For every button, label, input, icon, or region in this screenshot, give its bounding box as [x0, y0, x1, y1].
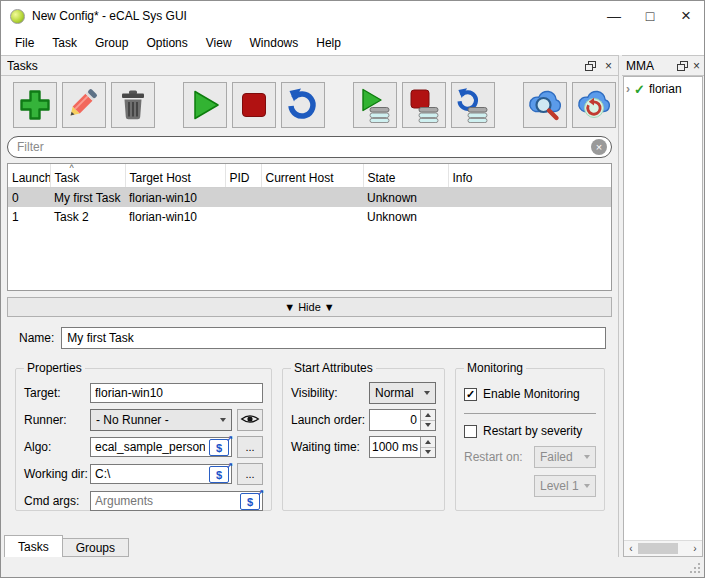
close-button[interactable]: ×	[668, 1, 704, 31]
spin-up-icon[interactable]	[421, 410, 435, 421]
task-table-header-row: LaunchTask^Target HostPIDCurrent HostSta…	[8, 164, 611, 188]
table-row[interactable]: 1Task 2florian-win10Unknown	[8, 207, 611, 226]
main-area: Tasks ×	[1, 55, 704, 557]
menu-item-group[interactable]: Group	[86, 33, 137, 53]
filter-input[interactable]	[7, 136, 612, 158]
stop-tasks-button[interactable]	[232, 82, 276, 128]
cell[interactable]	[448, 188, 611, 208]
menu-item-help[interactable]: Help	[307, 33, 350, 53]
minimize-button[interactable]: —	[596, 1, 632, 31]
menu-item-task[interactable]: Task	[43, 33, 86, 53]
clear-filter-icon[interactable]: ×	[591, 139, 607, 155]
column-header-pid[interactable]: PID	[225, 164, 261, 188]
menu-item-view[interactable]: View	[197, 33, 241, 53]
update-from-cloud-button[interactable]	[572, 82, 616, 128]
scrollbar-thumb[interactable]	[638, 543, 678, 554]
stop-selected-tasks-button[interactable]	[402, 82, 446, 128]
restart-by-severity-checkbox[interactable]	[464, 425, 477, 438]
column-header-current-host[interactable]: Current Host	[261, 164, 363, 188]
show-runner-button[interactable]	[237, 409, 263, 431]
browse-algo-button[interactable]: ...	[237, 436, 263, 458]
insert-variable-icon[interactable]: $ ↗	[209, 439, 229, 456]
tab-tasks[interactable]: Tasks	[4, 535, 63, 557]
delete-task-button[interactable]	[111, 82, 155, 128]
name-input[interactable]	[61, 327, 606, 349]
restart-by-severity-label: Restart by severity	[483, 424, 582, 438]
cell[interactable]	[261, 188, 363, 208]
menu-bar: FileTaskGroupOptionsViewWindowsHelp	[1, 31, 704, 55]
spin-down-icon[interactable]	[421, 421, 435, 431]
target-input[interactable]	[90, 383, 263, 403]
title-bar[interactable]: New Config* - eCAL Sys GUI — □ ×	[1, 1, 704, 31]
add-task-button[interactable]	[13, 82, 57, 128]
spin-down-icon[interactable]	[421, 448, 435, 458]
table-row[interactable]: 0My first Taskflorian-win10Unknown	[8, 188, 611, 208]
insert-variable-icon[interactable]: $ ↗	[240, 493, 260, 510]
cell[interactable]: Unknown	[363, 188, 448, 208]
properties-group: Properties Target: Runner: - No Runner -	[15, 361, 272, 511]
spin-up-icon[interactable]	[421, 437, 435, 448]
menu-item-file[interactable]: File	[6, 33, 43, 53]
runner-combobox[interactable]: - No Runner -	[90, 409, 232, 431]
tasks-dock: Tasks ×	[1, 55, 619, 557]
window-title: New Config* - eCAL Sys GUI	[32, 9, 596, 23]
restart-selected-tasks-button[interactable]	[451, 82, 495, 128]
cell[interactable]	[448, 207, 611, 226]
monitor-tasks-button[interactable]	[523, 82, 567, 128]
maximize-button[interactable]: □	[632, 1, 668, 31]
browse-workdir-button[interactable]: ...	[237, 463, 263, 485]
column-header-info[interactable]: Info	[448, 164, 611, 188]
visibility-combobox[interactable]: Normal	[369, 382, 436, 404]
restart-tasks-button[interactable]	[281, 82, 325, 128]
edit-task-button[interactable]	[62, 82, 106, 128]
cell[interactable]: florian-win10	[125, 207, 225, 226]
waiting-time-stepper[interactable]: 1000 ms	[369, 436, 436, 458]
app-window: New Config* - eCAL Sys GUI — □ × FileTas…	[0, 0, 705, 578]
horizontal-scrollbar[interactable]: ‹ ›	[624, 540, 702, 556]
tree-item-florian[interactable]: › ✓ florian	[626, 80, 700, 98]
app-icon	[10, 9, 25, 24]
play-icon	[187, 87, 223, 123]
cell[interactable]: 1	[8, 207, 50, 226]
close-dock-icon[interactable]: ×	[605, 60, 612, 72]
column-header-state[interactable]: State	[363, 164, 448, 188]
scroll-left-icon[interactable]: ‹	[624, 541, 638, 556]
stop-icon	[236, 87, 272, 123]
column-header-target-host[interactable]: Target Host	[125, 164, 225, 188]
monitoring-divider	[464, 413, 596, 414]
cell[interactable]: Task 2	[50, 207, 125, 226]
launch-order-stepper[interactable]: 0	[369, 409, 436, 431]
hide-details-button[interactable]: ▼ Hide ▼	[7, 297, 612, 317]
name-row: Name:	[19, 327, 606, 349]
cell[interactable]	[261, 207, 363, 226]
column-header-task[interactable]: Task^	[50, 164, 125, 188]
menu-item-windows[interactable]: Windows	[241, 33, 308, 53]
add-icon	[17, 87, 53, 123]
column-header-launch[interactable]: Launch	[8, 164, 50, 188]
enable-monitoring-checkbox[interactable]: ✓	[464, 388, 477, 401]
cell[interactable]: 0	[8, 188, 50, 208]
cell[interactable]: My first Task	[50, 188, 125, 208]
float-dock-icon[interactable]	[677, 61, 688, 71]
start-selected-tasks-button[interactable]	[353, 82, 397, 128]
float-dock-icon[interactable]	[585, 61, 596, 71]
cell[interactable]: florian-win10	[125, 188, 225, 208]
expand-icon[interactable]: ›	[626, 81, 630, 96]
scroll-right-icon[interactable]: ›	[688, 541, 702, 556]
cell[interactable]	[225, 207, 261, 226]
cell[interactable]: Unknown	[363, 207, 448, 226]
stop-stack-icon	[406, 87, 442, 123]
start-tasks-button[interactable]	[183, 82, 227, 128]
menu-item-options[interactable]: Options	[137, 33, 196, 53]
tab-groups[interactable]: Groups	[63, 538, 129, 557]
eye-icon	[240, 412, 260, 428]
start-attributes-title: Start Attributes	[291, 361, 376, 375]
cmdargs-input[interactable]	[90, 491, 263, 511]
trash-icon	[115, 87, 151, 123]
close-dock-icon[interactable]: ×	[693, 60, 700, 72]
insert-variable-icon[interactable]: $ ↗	[209, 466, 229, 483]
cloud-search-icon	[527, 87, 563, 123]
tasks-dock-title: Tasks	[7, 59, 576, 73]
resize-grip[interactable]	[689, 562, 701, 574]
cell[interactable]	[225, 188, 261, 208]
